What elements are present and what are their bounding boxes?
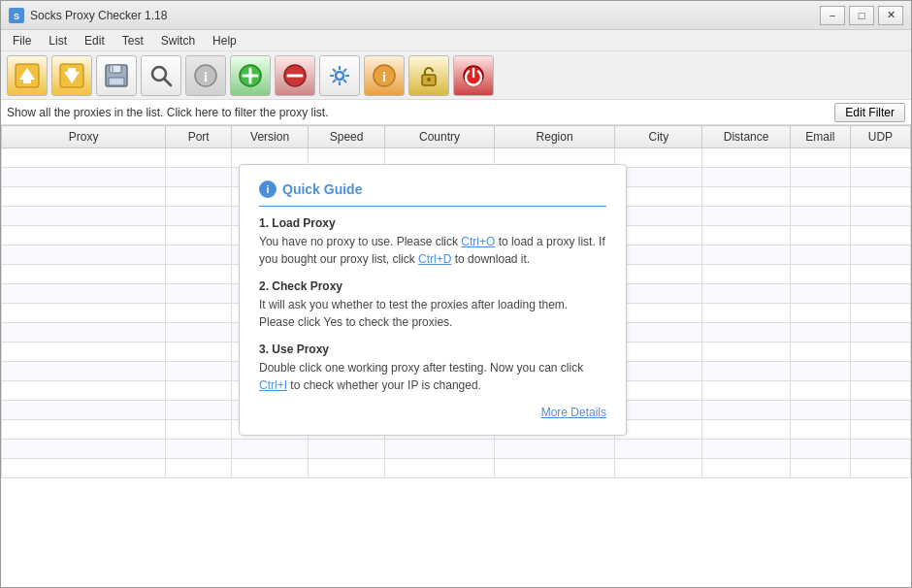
power-button[interactable] <box>453 55 494 96</box>
close-button[interactable]: ✕ <box>878 6 903 25</box>
filter-text: Show all the proxies in the list. Click … <box>7 106 328 119</box>
menu-test[interactable]: Test <box>114 32 151 49</box>
col-header-region[interactable]: Region <box>494 126 614 148</box>
menu-list[interactable]: List <box>41 32 75 49</box>
ctrl-i-link[interactable]: Ctrl+I <box>259 378 287 392</box>
svg-line-13 <box>164 79 171 85</box>
window-title: Socks Proxy Checker 1.18 <box>30 9 167 22</box>
svg-line-29 <box>333 80 336 82</box>
menu-edit[interactable]: Edit <box>77 32 113 49</box>
ctrl-o-link[interactable]: Ctrl+O <box>461 235 495 248</box>
title-bar: S Socks Proxy Checker 1.18 − □ ✕ <box>1 1 911 30</box>
title-left: S Socks Proxy Checker 1.18 <box>9 8 167 23</box>
edit-filter-button[interactable]: Edit Filter <box>834 103 905 122</box>
menu-bar: File List Edit Test Switch Help <box>1 30 911 51</box>
settings-button[interactable] <box>319 55 360 96</box>
svg-line-27 <box>343 80 346 82</box>
table-container[interactable]: Proxy Port Version Speed Country Region … <box>1 125 911 588</box>
quick-guide-icon: i <box>259 180 277 198</box>
svg-text:i: i <box>382 70 386 84</box>
upload-button[interactable] <box>7 55 48 96</box>
svg-rect-7 <box>68 68 76 72</box>
guide-use-title: 3. Use Proxy <box>259 343 606 356</box>
svg-text:i: i <box>204 70 208 84</box>
menu-help[interactable]: Help <box>205 32 244 49</box>
quick-guide-header: i Quick Guide <box>259 180 606 207</box>
main-area: Proxy Port Version Speed Country Region … <box>1 125 911 588</box>
col-header-port[interactable]: Port <box>166 126 232 148</box>
col-header-proxy[interactable]: Proxy <box>2 126 166 148</box>
svg-rect-10 <box>112 66 114 72</box>
svg-rect-4 <box>23 80 31 83</box>
guide-section-load: 1. Load Proxy You have no proxy to use. … <box>259 216 606 268</box>
info-button[interactable]: i <box>185 55 226 96</box>
toolbar: i <box>1 51 911 100</box>
guide-load-title: 1. Load Proxy <box>259 216 606 230</box>
svg-rect-9 <box>110 65 121 73</box>
add-button[interactable] <box>230 55 271 96</box>
col-header-city[interactable]: City <box>615 126 702 148</box>
remove-button[interactable] <box>275 55 315 96</box>
svg-line-28 <box>343 69 346 72</box>
download-button[interactable] <box>51 55 92 96</box>
ctrl-d-link[interactable]: Ctrl+D <box>418 252 451 266</box>
table-row <box>2 440 911 459</box>
guide-section-use: 3. Use Proxy Double click one working pr… <box>259 343 606 394</box>
col-header-udp[interactable]: UDP <box>850 126 910 148</box>
guide-load-text: You have no proxy to use. Please click C… <box>259 233 606 268</box>
menu-file[interactable]: File <box>5 32 39 49</box>
app-icon: S <box>9 8 24 23</box>
guide-check-title: 2. Check Proxy <box>259 279 606 293</box>
col-header-version[interactable]: Version <box>232 126 309 148</box>
svg-text:S: S <box>14 12 19 21</box>
minimize-button[interactable]: − <box>820 6 845 25</box>
col-header-email[interactable]: Email <box>790 126 850 148</box>
more-details-link[interactable]: More Details <box>259 406 606 419</box>
guide-section-check: 2. Check Proxy It will ask you whether t… <box>259 279 606 331</box>
quick-guide-title: Quick Guide <box>282 181 362 197</box>
quick-guide-panel: i Quick Guide 1. Load Proxy You have no … <box>239 164 627 436</box>
menu-switch[interactable]: Switch <box>153 32 203 49</box>
about-button[interactable]: i <box>364 55 405 96</box>
filter-button[interactable] <box>141 55 181 96</box>
filter-bar[interactable]: Show all the proxies in the list. Click … <box>1 100 911 125</box>
svg-rect-11 <box>109 78 124 85</box>
guide-check-text: It will ask you whether to test the prox… <box>259 296 606 331</box>
col-header-country[interactable]: Country <box>385 126 495 148</box>
svg-point-33 <box>427 78 431 82</box>
svg-point-21 <box>336 72 343 80</box>
col-header-speed[interactable]: Speed <box>309 126 385 148</box>
save-button[interactable] <box>96 55 137 96</box>
svg-line-26 <box>333 69 336 72</box>
maximize-button[interactable]: □ <box>849 6 874 25</box>
lock-button[interactable] <box>408 55 449 96</box>
col-header-distance[interactable]: Distance <box>702 126 790 148</box>
guide-use-text: Double click one working proxy after tes… <box>259 359 606 394</box>
title-controls: − □ ✕ <box>820 6 903 25</box>
table-row <box>2 459 911 478</box>
